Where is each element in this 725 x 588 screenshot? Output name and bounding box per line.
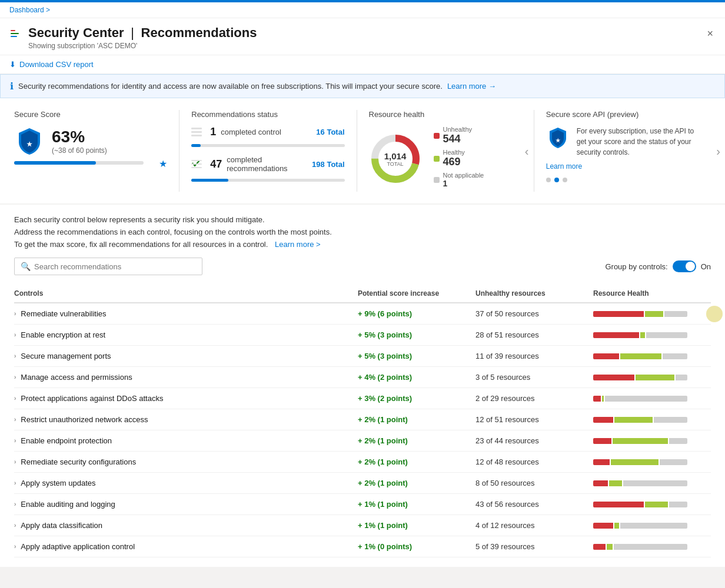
breadcrumb[interactable]: Dashboard >: [0, 2, 725, 18]
hb-red: [593, 502, 644, 507]
resource-health-inner: 1,014 TOTAL Unhealthy 544 Healthy 469: [369, 126, 522, 192]
table-row[interactable]: › Apply system updates + 2% (1 point) 8 …: [14, 473, 711, 494]
info-banner: ℹ Security recommendations for identity …: [0, 74, 725, 98]
row-score: + 2% (1 point): [358, 436, 475, 445]
row-resources: 5 of 39 resources: [475, 542, 593, 551]
unhealthy-count: 544: [443, 133, 473, 145]
health-bar: [593, 544, 687, 550]
hb-green: [620, 353, 661, 359]
chevron-icon[interactable]: ›: [14, 416, 16, 423]
chevron-icon[interactable]: ›: [14, 310, 16, 317]
health-bar: [593, 396, 687, 402]
resource-health-block: Resource health 1,014 TOTAL: [357, 110, 534, 192]
score-bar-background: [14, 161, 144, 165]
api-learn-more-link[interactable]: Learn more: [546, 162, 582, 171]
table-row[interactable]: › Restrict unauthorized network access +…: [14, 409, 711, 430]
table-row[interactable]: › Apply adaptive application control + 1…: [14, 536, 711, 557]
search-input[interactable]: [34, 262, 196, 271]
table-row[interactable]: › Apply data classification + 1% (1 poin…: [14, 515, 711, 536]
row-name: › Apply adaptive application control: [14, 542, 358, 551]
health-bar-cell: [593, 332, 711, 338]
score-value: + 3% (2 points): [358, 394, 412, 403]
resource-health-legend: Unhealthy 544 Healthy 469 Not applicable: [434, 126, 484, 192]
row-score: + 5% (3 points): [358, 352, 475, 360]
desc-line3: To get the max score, fix all recommenda…: [14, 240, 268, 249]
health-bar-cell: [593, 480, 711, 486]
chevron-icon[interactable]: ›: [14, 459, 16, 465]
health-bar: [593, 502, 687, 507]
search-box[interactable]: 🔍: [14, 258, 202, 275]
completed-controls-label: completed control: [221, 128, 311, 136]
recommendations-status-block: Recommendations status 1 completed contr…: [179, 110, 357, 192]
hb-gray: [620, 523, 687, 529]
download-icon: ⬇: [9, 60, 16, 69]
banner-learn-more-link[interactable]: Learn more →: [447, 82, 496, 91]
group-toggle-label: Group by controls:: [605, 262, 667, 271]
table-row[interactable]: › Manage access and permissions + 4% (2 …: [14, 367, 711, 388]
table-row[interactable]: › Protect applications against DDoS atta…: [14, 388, 711, 409]
unhealthy-dot: [434, 133, 440, 139]
hb-green: [614, 523, 619, 529]
carousel-dot-0[interactable]: [546, 178, 551, 182]
chevron-icon[interactable]: ›: [14, 522, 16, 529]
chevron-icon[interactable]: ›: [14, 374, 16, 380]
row-resources: 8 of 50 resources: [475, 479, 593, 487]
unhealthy-row: Unhealthy 544: [434, 126, 484, 145]
svg-rect-7: [191, 160, 202, 161]
control-name: Apply data classification: [21, 521, 102, 530]
score-value: + 5% (3 points): [358, 330, 412, 339]
row-resources: 12 of 48 resources: [475, 457, 593, 466]
carousel-arrow-right[interactable]: ›: [716, 144, 720, 158]
control-name: Enable encryption at rest: [21, 330, 105, 339]
control-name: Remediate security configurations: [21, 457, 136, 466]
learn-more-link[interactable]: Learn more >: [275, 240, 321, 249]
table-row[interactable]: › Enable encryption at rest + 5% (3 poin…: [14, 325, 711, 346]
score-value: + 2% (1 point): [358, 479, 408, 487]
table-row[interactable]: › Remediate security configurations + 2%…: [14, 452, 711, 473]
table-row[interactable]: › Enable auditing and logging + 1% (1 po…: [14, 494, 711, 515]
chevron-icon[interactable]: ›: [14, 437, 16, 444]
hb-red: [593, 311, 644, 317]
chevron-icon[interactable]: ›: [14, 332, 16, 338]
breadcrumb-dashboard[interactable]: Dashboard: [9, 6, 44, 14]
carousel-dot-1[interactable]: [554, 178, 559, 182]
na-count: 1: [443, 179, 484, 188]
row-name: › Restrict unauthorized network access: [14, 415, 358, 424]
control-name: Secure management ports: [21, 352, 111, 360]
score-value: + 5% (3 points): [358, 352, 412, 360]
carousel-dot-2[interactable]: [563, 178, 567, 182]
chevron-icon[interactable]: ›: [14, 395, 16, 402]
hb-red: [593, 438, 611, 444]
score-value: + 1% (1 point): [358, 521, 408, 530]
row-resources: 43 of 56 resources: [475, 500, 593, 509]
search-row: 🔍 Group by controls: On: [14, 258, 711, 275]
health-bar-cell: [593, 417, 711, 423]
chevron-icon[interactable]: ›: [14, 353, 16, 359]
chevron-icon[interactable]: ›: [14, 543, 16, 550]
score-value: + 1% (1 point): [358, 500, 408, 509]
row-resources: 4 of 12 resources: [475, 521, 593, 530]
carousel-arrow-left[interactable]: ‹: [525, 144, 529, 158]
svg-rect-1: [11, 33, 19, 34]
chevron-icon[interactable]: ›: [14, 501, 16, 507]
control-name: Enable endpoint protection: [21, 436, 112, 445]
table-row[interactable]: › Enable endpoint protection + 2% (1 poi…: [14, 430, 711, 452]
health-bar-cell: [593, 438, 711, 444]
svg-rect-0: [11, 30, 15, 31]
download-csv-button[interactable]: ⬇ Download CSV report: [9, 60, 94, 69]
score-star-icon: ★: [159, 158, 167, 169]
hb-red: [593, 544, 606, 550]
close-button[interactable]: ×: [704, 25, 716, 42]
unhealthy-info: Unhealthy 544: [443, 126, 473, 145]
chevron-icon[interactable]: ›: [14, 480, 16, 486]
col-health-header: Resource Health: [593, 289, 711, 298]
api-inner: ★ For every subscription, use the API to…: [546, 126, 699, 158]
donut-label: 1,014 TOTAL: [384, 151, 407, 167]
table-row[interactable]: › Secure management ports + 5% (3 points…: [14, 346, 711, 367]
row-resources: 3 of 5 resources: [475, 373, 593, 382]
table-row[interactable]: › Remediate vulnerabilities + 9% (6 poin…: [14, 303, 711, 325]
api-section-block: Secure score API (preview) ★ For every s…: [534, 110, 711, 192]
group-toggle-switch[interactable]: [673, 260, 696, 272]
group-by-controls: Group by controls: On: [605, 260, 711, 272]
row-name: › Manage access and permissions: [14, 373, 358, 382]
